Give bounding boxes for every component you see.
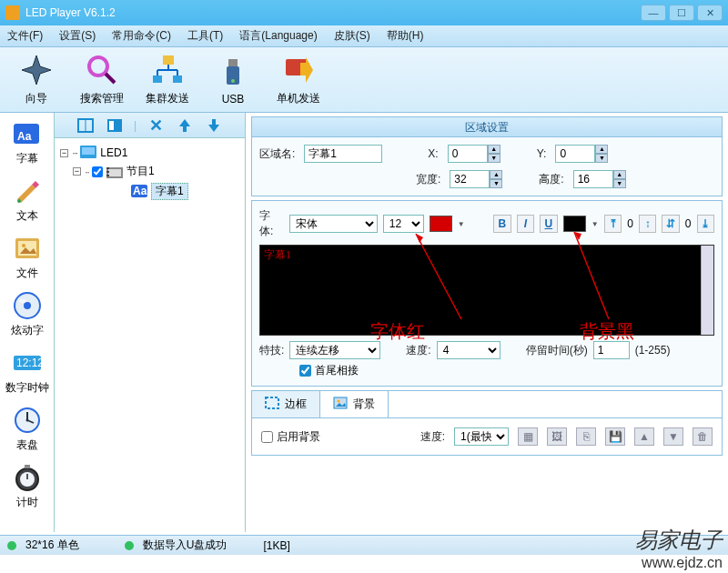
menu-help[interactable]: 帮助(H) — [387, 28, 424, 44]
y-up[interactable]: ▲ — [595, 145, 608, 154]
sidebar-file[interactable]: 文件 — [0, 233, 54, 281]
menu-settings[interactable]: 设置(S) — [59, 28, 96, 44]
status-size: [1KB] — [263, 539, 289, 552]
toolbar-cluster-send[interactable]: 集群发送 — [138, 53, 197, 106]
align-bottom-button[interactable]: ⤓ — [697, 215, 714, 233]
y-down[interactable]: ▼ — [595, 154, 608, 163]
menu-common[interactable]: 常用命令(C) — [112, 28, 171, 44]
program-checkbox[interactable] — [92, 166, 103, 177]
font-name-select[interactable]: 宋体 — [289, 215, 378, 233]
expand-icon[interactable]: − — [60, 149, 68, 157]
tree-root[interactable]: − ···· LED1 — [60, 144, 239, 162]
italic-button[interactable]: I — [517, 215, 534, 233]
main-area: Aa 字幕 文本 文件 炫动字 12:12 数字时钟 表盘 计时 — [0, 113, 728, 532]
toolbar-search[interactable]: 搜索管理 — [73, 53, 131, 106]
tab-border[interactable]: 边框 — [252, 391, 320, 417]
x-down[interactable]: ▼ — [488, 154, 500, 163]
tree-down-button[interactable] — [204, 116, 224, 135]
minimize-button[interactable]: — — [641, 5, 666, 21]
bg-btn-down[interactable]: ▼ — [663, 427, 683, 446]
bg-color-box[interactable] — [563, 216, 586, 232]
height-label: 高度: — [539, 172, 563, 187]
sidebar-text[interactable]: 文本 — [0, 176, 54, 224]
svg-marker-39 — [179, 119, 190, 132]
svg-rect-42 — [82, 147, 95, 155]
tree-up-button[interactable] — [175, 116, 195, 135]
sidebar-timer[interactable]: 计时 — [0, 462, 54, 510]
svg-rect-47 — [106, 175, 109, 176]
width-input[interactable] — [450, 170, 490, 188]
digital-clock-icon: 12:12 — [12, 347, 43, 378]
svg-marker-14 — [306, 57, 313, 83]
menu-skin[interactable]: 皮肤(S) — [334, 28, 370, 44]
tree-subtitle[interactable]: Aa 字幕1 — [60, 181, 239, 202]
stay-range: (1-255) — [635, 344, 671, 357]
disc-icon — [12, 290, 43, 321]
underline-button[interactable]: U — [540, 215, 557, 233]
film-icon — [106, 165, 123, 179]
speed-select[interactable]: 4 — [437, 341, 500, 359]
svg-text:Aa: Aa — [17, 130, 32, 143]
region-name-input[interactable] — [304, 145, 382, 163]
bg-btn-save[interactable]: 💾 — [605, 427, 625, 446]
y-input[interactable] — [555, 145, 595, 163]
tree-grid-icon[interactable] — [76, 116, 96, 135]
bg-btn-up[interactable]: ▲ — [634, 427, 654, 446]
svg-point-24 — [19, 299, 26, 303]
tree-program[interactable]: − ··· 节目1 — [60, 162, 239, 181]
close-button[interactable]: ✕ — [697, 5, 723, 21]
x-input[interactable] — [448, 145, 488, 163]
border-icon — [265, 397, 279, 412]
svg-point-17 — [17, 199, 21, 203]
sidebar-animate[interactable]: 炫动字 — [0, 290, 54, 338]
sidebar-digital-clock[interactable]: 12:12 数字时钟 — [0, 347, 54, 396]
font-size-select[interactable]: 12 — [383, 215, 424, 233]
speed-label: 速度: — [406, 343, 430, 358]
subtitle-small-icon: Aa — [131, 185, 147, 199]
menu-tools[interactable]: 工具(T) — [187, 28, 223, 44]
sidebar-subtitle[interactable]: Aa 字幕 — [0, 118, 54, 166]
loop-checkbox[interactable] — [299, 365, 311, 377]
height-input[interactable] — [573, 170, 613, 188]
bg-btn-grid[interactable]: ▦ — [518, 427, 538, 446]
window-title: LED Player V6.1.2 — [25, 6, 116, 19]
stay-label: 停留时间(秒) — [526, 343, 588, 358]
font-color-box[interactable] — [430, 216, 452, 232]
tab-background[interactable]: 背景 — [320, 391, 389, 417]
svg-point-12 — [231, 79, 235, 83]
effect-select[interactable]: 连续左移 — [289, 341, 380, 359]
status-dot-2 — [125, 541, 134, 550]
maximize-button[interactable]: ☐ — [669, 5, 694, 21]
svg-rect-55 — [334, 397, 347, 408]
bg-btn-delete[interactable]: 🗑 — [693, 427, 713, 446]
enable-bg-checkbox[interactable] — [261, 431, 273, 443]
tree-delete-button[interactable]: ✕ — [146, 116, 166, 135]
subtitle-icon: Aa — [12, 118, 43, 149]
bg-btn-image[interactable]: 🖼 — [547, 427, 567, 446]
stay-input[interactable] — [593, 341, 630, 359]
align-top-button[interactable]: ⤒ — [604, 215, 622, 233]
usb-icon — [216, 55, 250, 89]
menu-file[interactable]: 文件(F) — [7, 28, 43, 44]
svg-rect-4 — [153, 75, 162, 83]
loop-label: 首尾相接 — [315, 363, 359, 378]
stopwatch-icon — [12, 462, 43, 493]
align-mid-button[interactable]: ↕ — [639, 215, 656, 233]
titlebar: LED Player V6.1.2 — ☐ ✕ — [0, 0, 728, 25]
toolbar-single-send[interactable]: 单机发送 — [269, 53, 328, 106]
analog-clock-icon — [12, 405, 43, 436]
main-toolbar: 向导 搜索管理 集群发送 USB 单机发送 — [0, 47, 728, 113]
x-up[interactable]: ▲ — [488, 145, 500, 154]
tree-layout-icon[interactable] — [105, 116, 125, 135]
bold-button[interactable]: B — [493, 215, 511, 233]
menu-language[interactable]: 语言(Language) — [239, 28, 317, 44]
bg-btn-copy[interactable]: ⎘ — [576, 427, 596, 446]
toolbar-wizard[interactable]: 向导 — [7, 53, 66, 106]
expand-icon[interactable]: − — [73, 167, 81, 176]
spacing-value-1: 0 — [627, 217, 633, 230]
sidebar-analog-clock[interactable]: 表盘 — [0, 405, 54, 453]
bg-speed-select[interactable]: 1(最快 — [454, 427, 509, 446]
align-btn2[interactable]: ⇵ — [662, 215, 679, 233]
toolbar-usb[interactable]: USB — [204, 55, 262, 106]
preview-scrollbar[interactable] — [701, 246, 713, 335]
